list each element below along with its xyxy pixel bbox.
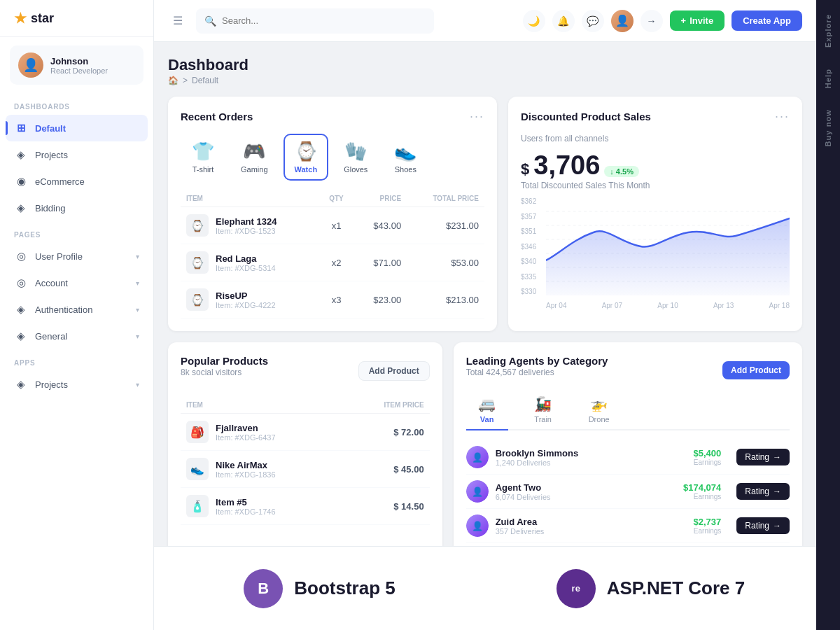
sidebar-item-default[interactable]: ⊞ Default (6, 115, 148, 141)
sidebar-item-label: Default (35, 123, 66, 134)
search-input[interactable] (222, 15, 426, 26)
grid-icon: ⊞ (14, 121, 28, 135)
help-label[interactable]: Help (824, 69, 832, 88)
tab-shoes[interactable]: 👟 Shoes (383, 134, 428, 181)
page-title-area: Dashboard 🏠 > Default (168, 56, 248, 85)
list-item: 👟 Nike AirMax Item: #XDG-1836 $ 45.00 (181, 451, 430, 488)
shoes-icon: 👟 (394, 141, 416, 162)
train-icon: 🚂 (534, 396, 552, 412)
cat-tab-train[interactable]: 🚂 Train (522, 396, 564, 430)
theme-toggle-button[interactable]: 🌙 (523, 10, 545, 32)
popular-products-header: Popular Products 8k social visitors Add … (181, 355, 430, 387)
rating-button[interactable]: Rating → (736, 517, 790, 534)
section-label-dashboards: DASHBOARDS (0, 93, 153, 115)
rating-label: Rating (745, 452, 769, 462)
item-qty: x3 (319, 281, 354, 318)
product-thumbnail: 🧴 (186, 495, 209, 517)
product-name: Nike AirMax (216, 460, 276, 470)
agents-title-area: Leading Agents by Category Total 424,567… (466, 355, 608, 386)
main-content: ☰ 🔍 🌙 🔔 💬 👤 → + Invite Create App Dashbo… (154, 0, 816, 630)
messages-button[interactable]: 💬 (582, 10, 604, 32)
disc-card-menu-icon[interactable]: ··· (775, 109, 790, 124)
product-name: Item #5 (216, 497, 276, 507)
user-profile-card[interactable]: 👤 Johnson React Developer (10, 46, 144, 85)
product-name: Fjallraven (216, 423, 276, 433)
rating-button[interactable]: Rating → (736, 449, 790, 465)
item-name: Red Laga (216, 253, 276, 264)
disc-badge: ↓ 4.5% (604, 166, 639, 177)
sidebar-item-projects[interactable]: ◈ Projects (0, 141, 153, 168)
disc-amount: $ 3,706 ↓ 4.5% (521, 150, 790, 181)
sidebar-item-authentication[interactable]: ◈ Authentication ▾ (0, 296, 153, 323)
agents-title: Leading Agents by Category (466, 355, 608, 367)
cat-tab-van[interactable]: 🚐 Van (466, 396, 508, 430)
buy-now-label[interactable]: Buy now (824, 109, 832, 147)
topbar-avatar[interactable]: 👤 (611, 10, 634, 32)
popular-products-table: ITEM ITEM PRICE 🎒 Fjallraven Item: #XDG-… (181, 397, 430, 525)
agents-add-product-button[interactable]: Add Product (722, 361, 790, 379)
leading-agents-card: Leading Agents by Category Total 424,567… (454, 342, 802, 556)
item-price: $71.00 (354, 244, 407, 281)
create-app-button[interactable]: Create App (732, 10, 802, 31)
chevron-down-icon: ▾ (136, 279, 139, 287)
tab-gaming[interactable]: 🎮 Gaming (230, 134, 279, 181)
agent-earnings-col: $2,737 Earnings (694, 517, 722, 535)
sidebar-item-account[interactable]: ◎ Account ▾ (0, 270, 153, 296)
topbar: ☰ 🔍 🌙 🔔 💬 👤 → + Invite Create App (154, 0, 816, 42)
product-info: Fjallraven Item: #XDG-6437 (216, 423, 276, 442)
arrow-right-icon: → (773, 452, 781, 462)
popular-title: Popular Products (181, 355, 268, 367)
invite-button[interactable]: + Invite (670, 10, 725, 31)
popular-subtitle: 8k social visitors (181, 368, 268, 377)
rating-label: Rating (745, 521, 769, 531)
col-price: PRICE (354, 190, 407, 207)
sidebar-item-label: eCommerce (35, 176, 85, 187)
watch-icon: ⌚ (295, 141, 317, 162)
item-qty: x2 (319, 244, 354, 281)
item-info: Red Laga Item: #XDG-5314 (216, 253, 276, 272)
agent-earnings-col: $5,400 Earnings (694, 448, 722, 466)
rating-button[interactable]: Rating → (736, 483, 790, 500)
recent-orders-header: Recent Orders ··· (181, 109, 484, 124)
agent-avatar: 👤 (466, 446, 489, 468)
tab-gloves[interactable]: 🧤 Gloves (332, 134, 379, 181)
sidebar-item-bidding[interactable]: ◈ Bidding (0, 195, 153, 221)
popular-products-card: Popular Products 8k social visitors Add … (168, 342, 442, 556)
breadcrumb: 🏠 > Default (168, 76, 248, 85)
sidebar-item-projects-app[interactable]: ◈ Projects ▾ (0, 371, 153, 398)
item-id: Item: #XDG-5314 (216, 264, 276, 272)
drone-icon: 🚁 (590, 396, 608, 412)
page-header: Dashboard 🏠 > Default (168, 56, 802, 85)
sidebar-item-general[interactable]: ◈ General ▾ (0, 323, 153, 349)
breadcrumb-sep: > (183, 76, 188, 85)
agents-header: Leading Agents by Category Total 424,567… (466, 355, 790, 386)
sidebar-collapse-button[interactable]: ☰ (168, 11, 188, 31)
sales-chart: $362 $357 $351 $346 $340 $335 $330 (521, 197, 790, 309)
page-title: Dashboard (168, 56, 248, 74)
bidding-icon: ◈ (14, 201, 28, 215)
tab-tshirt[interactable]: 👕 T-shirt (181, 134, 225, 181)
product-price: $ 14.50 (346, 488, 430, 525)
col-total: TOTAL PRICE (407, 190, 484, 207)
table-row: ⌚ RiseUP Item: #XDG-4222 x3 $23.00 $213.… (181, 281, 484, 318)
card-menu-icon[interactable]: ··· (470, 109, 484, 124)
sidebar-item-user-profile[interactable]: ◎ User Profile ▾ (0, 243, 153, 270)
gloves-icon: 🧤 (344, 141, 367, 162)
item-price: $43.00 (354, 207, 407, 244)
product-tabs: 👕 T-shirt 🎮 Gaming ⌚ Watch 🧤 Gloves (181, 134, 484, 181)
sidebar-item-ecommerce[interactable]: ◉ eCommerce (0, 168, 153, 195)
notification-button[interactable]: 🔔 (552, 10, 575, 32)
item-total: $231.00 (407, 207, 484, 244)
explore-label[interactable]: Explore (824, 14, 832, 48)
list-item: 👤 Agent Two 6,074 Deliveries $174,074 Ea… (466, 475, 790, 509)
add-product-button[interactable]: Add Product (358, 361, 430, 381)
disc-value: 3,706 (533, 150, 600, 181)
chevron-down-icon: ▾ (136, 381, 139, 388)
arrow-down-icon: ↓ (610, 167, 614, 176)
chart-svg-area (546, 197, 790, 295)
arrow-right-icon[interactable]: → (640, 10, 663, 32)
search-icon: 🔍 (204, 15, 216, 27)
cat-tab-drone[interactable]: 🚁 Drone (578, 396, 620, 430)
tab-watch[interactable]: ⌚ Watch (284, 134, 329, 181)
chevron-down-icon: ▾ (136, 306, 139, 314)
